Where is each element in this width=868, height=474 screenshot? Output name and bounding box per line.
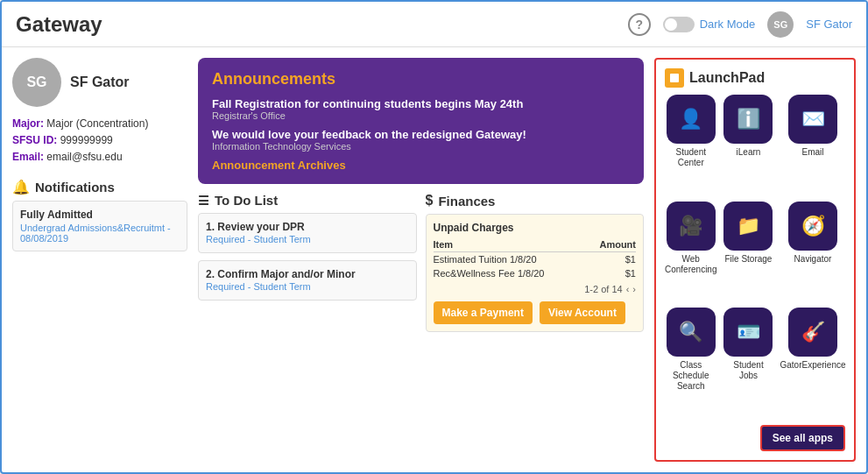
pagination-row: 1-2 of 14 ‹ › — [434, 284, 637, 294]
row2-item: Rec&Wellness Fee 1/8/20 — [434, 266, 586, 280]
toggle-track[interactable] — [663, 17, 695, 32]
finances-label: Finances — [438, 194, 495, 209]
left-panel: SG SF Gator Major: Major (Concentration)… — [12, 58, 187, 462]
avatar: SG — [12, 58, 61, 107]
todo-sub-1[interactable]: Required - Student Term — [206, 234, 311, 244]
app-label-8: GatorExperience — [780, 360, 845, 371]
todo-number-2: 2. — [206, 268, 215, 280]
app-window: Gateway ? Dark Mode SG SF Gator SG SF Ga… — [0, 0, 868, 474]
app-icon-7: 🪪 — [723, 308, 773, 357]
announcement-text-1: Fall Registration for continuing student… — [212, 97, 630, 110]
announcement-item-2: We would love your feedback on the redes… — [212, 128, 630, 152]
app-item-2[interactable]: ✉️Email — [780, 95, 845, 195]
col-amount: Amount — [586, 239, 636, 252]
sfsu-id-label: SFSU ID: — [12, 134, 57, 146]
app-item-7[interactable]: 🪪Student Jobs — [723, 308, 773, 418]
todo-title-2: Confirm Major and/or Minor — [217, 268, 355, 280]
see-all-button[interactable]: See all apps — [760, 425, 845, 451]
finances-section: $ Finances Unpaid Charges Item Amount — [426, 193, 645, 462]
dark-mode-toggle[interactable]: Dark Mode — [663, 17, 756, 32]
todo-sub-2[interactable]: Required - Student Term — [206, 281, 311, 292]
profile-details: Major: Major (Concentration) SFSU ID: 99… — [12, 116, 187, 166]
announcement-archives[interactable]: Announcement Archives — [212, 159, 630, 172]
row2-amount: $1 — [586, 266, 636, 280]
todo-label: To Do List — [215, 193, 278, 208]
user-name-header[interactable]: SF Gator — [806, 18, 852, 31]
app-label-0: Student Center — [665, 147, 716, 168]
app-icon-6: 🔍 — [667, 308, 716, 357]
app-label-1: iLearn — [737, 147, 761, 158]
email-label: Email: — [12, 151, 44, 163]
notification-card: Fully Admitted Undergrad Admissions&Recr… — [12, 201, 187, 251]
row1-amount: $1 — [586, 252, 636, 267]
header: Gateway ? Dark Mode SG SF Gator — [2, 2, 866, 47]
unpaid-label: Unpaid Charges — [434, 222, 637, 234]
user-avatar-small: SG — [767, 11, 794, 38]
todo-heading: ☰ To Do List — [198, 193, 417, 208]
table-row: Estimated Tuition 1/8/20 $1 — [434, 252, 637, 267]
major-label: Major: — [12, 117, 44, 130]
app-item-3[interactable]: 🎥Web Conferencing — [665, 202, 716, 301]
announcements-title: Announcements — [212, 70, 630, 88]
bell-icon: 🔔 — [12, 179, 30, 195]
app-icon-5: 🧭 — [788, 202, 837, 251]
row1-item: Estimated Tuition 1/8/20 — [434, 252, 586, 267]
help-icon[interactable]: ? — [628, 13, 651, 36]
app-icon-3: 🎥 — [667, 202, 716, 251]
launchpad-panel: LaunchPad 👤Student Centerℹ️iLearn✉️Email… — [654, 58, 856, 462]
app-item-6[interactable]: 🔍Class Schedule Search — [665, 308, 716, 418]
app-item-8[interactable]: 🎸GatorExperience — [780, 308, 845, 418]
launchpad-label: LaunchPad — [689, 70, 765, 86]
notifications-label: Notifications — [35, 180, 115, 195]
list-icon: ☰ — [198, 194, 209, 208]
finances-heading: $ Finances — [426, 193, 645, 209]
announcement-source-2: Information Technology Services — [212, 141, 630, 152]
sfsu-id-value: 999999999 — [60, 134, 113, 146]
todo-item-1: 1. Review your DPR Required - Student Te… — [198, 213, 417, 253]
todo-number-1: 1. — [206, 221, 215, 233]
apps-grid: 👤Student Centerℹ️iLearn✉️Email🎥Web Confe… — [665, 95, 845, 418]
todo-section: ☰ To Do List 1. Review your DPR Required… — [198, 193, 417, 462]
app-icon-2: ✉️ — [788, 95, 837, 144]
pagination-label: 1-2 of 14 — [584, 284, 622, 294]
app-icon-8: 🎸 — [788, 308, 837, 357]
notification-link[interactable]: Undergrad Admissions&Recruitmt - 08/08/2… — [20, 223, 180, 244]
finances-card: Unpaid Charges Item Amount Estimated — [426, 214, 645, 332]
pagination-prev[interactable]: ‹ — [626, 284, 630, 294]
main-content: SG SF Gator Major: Major (Concentration)… — [2, 47, 866, 472]
profile-section: SG SF Gator — [12, 58, 187, 107]
app-icon-4: 📁 — [723, 202, 773, 251]
app-item-0[interactable]: 👤Student Center — [665, 95, 716, 195]
app-item-5[interactable]: 🧭Navigator — [780, 202, 845, 301]
announcements-box: Announcements Fall Registration for cont… — [198, 58, 644, 184]
notifications-heading: 🔔 Notifications — [12, 179, 187, 195]
dark-mode-label: Dark Mode — [700, 18, 756, 31]
todo-item-2: 2. Confirm Major and/or Minor Required -… — [198, 260, 417, 301]
finances-table: Item Amount Estimated Tuition 1/8/20 $1 — [434, 239, 637, 280]
notifications-section: 🔔 Notifications Fully Admitted Undergrad… — [12, 179, 187, 251]
app-label-5: Navigator — [794, 254, 832, 265]
announcement-item-1: Fall Registration for continuing student… — [212, 97, 630, 121]
view-account-button[interactable]: View Account — [540, 301, 625, 324]
major-value: Major (Concentration) — [46, 117, 148, 130]
app-icon-0: 👤 — [667, 95, 716, 144]
finances-buttons: Make a Payment View Account — [434, 301, 637, 324]
app-label-3: Web Conferencing — [665, 254, 716, 275]
table-row: Rec&Wellness Fee 1/8/20 $1 — [434, 266, 637, 280]
app-title: Gateway — [16, 12, 628, 37]
app-item-1[interactable]: ℹ️iLearn — [723, 95, 773, 195]
notification-title: Fully Admitted — [20, 209, 180, 221]
app-icon-1: ℹ️ — [723, 95, 773, 144]
launchpad-heading: LaunchPad — [665, 68, 845, 88]
make-payment-button[interactable]: Make a Payment — [434, 301, 533, 324]
profile-name: SF Gator — [70, 74, 130, 90]
pagination-next[interactable]: › — [632, 284, 636, 294]
dollar-icon: $ — [426, 193, 434, 209]
app-item-4[interactable]: 📁File Storage — [723, 202, 773, 301]
announcement-text-2: We would love your feedback on the redes… — [212, 128, 630, 141]
app-label-7: Student Jobs — [723, 360, 773, 381]
launchpad-icon-inner — [670, 74, 679, 82]
announcement-source-1: Registrar's Office — [212, 110, 630, 121]
toggle-thumb — [665, 18, 677, 31]
center-panel: Announcements Fall Registration for cont… — [198, 58, 644, 462]
